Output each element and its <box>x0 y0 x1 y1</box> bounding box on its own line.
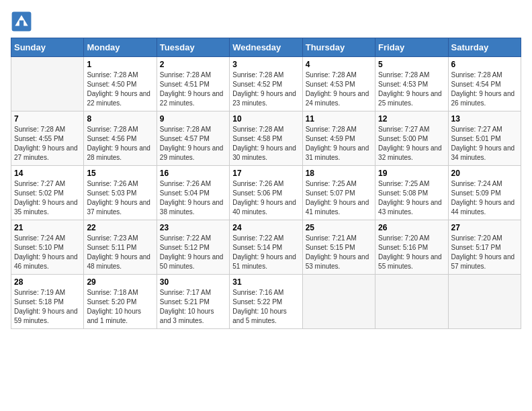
calendar-cell: 27 Sunrise: 7:20 AM Sunset: 5:17 PM Dayl… <box>448 220 521 275</box>
cell-info: Sunrise: 7:28 AM Sunset: 4:56 PM Dayligh… <box>87 125 153 163</box>
svg-rect-2 <box>19 20 24 27</box>
day-number: 11 <box>306 114 372 124</box>
daylight-label: Daylight: 9 hours and 41 minutes. <box>306 199 369 216</box>
sunrise-label: Sunrise: 7:19 AM <box>14 289 65 296</box>
day-number: 1 <box>87 60 153 69</box>
calendar-cell: 26 Sunrise: 7:20 AM Sunset: 5:16 PM Dayl… <box>375 220 448 275</box>
sunrise-label: Sunrise: 7:24 AM <box>14 234 65 242</box>
day-number: 18 <box>306 169 372 178</box>
daylight-label: Daylight: 9 hours and 23 minutes. <box>232 90 296 107</box>
calendar-cell: 25 Sunrise: 7:21 AM Sunset: 5:15 PM Dayl… <box>302 220 375 275</box>
sunrise-label: Sunrise: 7:26 AM <box>232 180 283 187</box>
sunrise-label: Sunrise: 7:28 AM <box>160 71 211 79</box>
sunset-label: Sunset: 4:54 PM <box>451 81 501 88</box>
calendar-cell <box>375 275 448 329</box>
day-number: 17 <box>232 169 299 178</box>
daylight-label: Daylight: 9 hours and 53 minutes. <box>306 253 369 270</box>
daylight-label: Daylight: 10 hours and 1 minute. <box>87 308 141 324</box>
calendar-cell <box>302 275 375 329</box>
cell-info: Sunrise: 7:28 AM Sunset: 4:57 PM Dayligh… <box>160 125 226 163</box>
calendar-cell: 10 Sunrise: 7:28 AM Sunset: 4:58 PM Dayl… <box>230 111 302 166</box>
sunrise-label: Sunrise: 7:28 AM <box>451 71 502 79</box>
day-number: 29 <box>87 277 153 287</box>
day-number: 4 <box>306 60 372 69</box>
cell-info: Sunrise: 7:26 AM Sunset: 5:04 PM Dayligh… <box>160 179 226 217</box>
daylight-label: Daylight: 9 hours and 25 minutes. <box>378 90 442 107</box>
cell-info: Sunrise: 7:16 AM Sunset: 5:22 PM Dayligh… <box>232 288 299 326</box>
daylight-label: Daylight: 9 hours and 32 minutes. <box>378 144 442 161</box>
sunrise-label: Sunrise: 7:22 AM <box>160 234 211 242</box>
cell-info: Sunrise: 7:28 AM Sunset: 4:53 PM Dayligh… <box>378 71 445 108</box>
calendar-cell: 6 Sunrise: 7:28 AM Sunset: 4:54 PM Dayli… <box>448 57 521 111</box>
col-header-friday: Friday <box>375 38 448 57</box>
sunset-label: Sunset: 5:03 PM <box>87 189 136 197</box>
calendar-cell: 13 Sunrise: 7:27 AM Sunset: 5:01 PM Dayl… <box>448 111 521 166</box>
day-number: 23 <box>160 223 226 232</box>
daylight-label: Daylight: 9 hours and 22 minutes. <box>160 90 224 107</box>
calendar-cell: 21 Sunrise: 7:24 AM Sunset: 5:10 PM Dayl… <box>11 220 84 275</box>
daylight-label: Daylight: 9 hours and 30 minutes. <box>232 144 296 161</box>
cell-info: Sunrise: 7:25 AM Sunset: 5:07 PM Dayligh… <box>306 179 372 217</box>
cell-info: Sunrise: 7:28 AM Sunset: 4:52 PM Dayligh… <box>232 71 299 108</box>
week-row-1: 1 Sunrise: 7:28 AM Sunset: 4:50 PM Dayli… <box>11 57 521 111</box>
calendar-cell: 24 Sunrise: 7:22 AM Sunset: 5:14 PM Dayl… <box>230 220 302 275</box>
calendar-cell: 17 Sunrise: 7:26 AM Sunset: 5:06 PM Dayl… <box>230 166 302 220</box>
day-number: 10 <box>232 114 299 124</box>
sunset-label: Sunset: 5:04 PM <box>160 189 210 197</box>
sunrise-label: Sunrise: 7:20 AM <box>451 234 502 242</box>
calendar-cell: 18 Sunrise: 7:25 AM Sunset: 5:07 PM Dayl… <box>302 166 375 220</box>
cell-info: Sunrise: 7:24 AM Sunset: 5:09 PM Dayligh… <box>451 179 518 217</box>
sunrise-label: Sunrise: 7:26 AM <box>160 180 211 187</box>
daylight-label: Daylight: 9 hours and 28 minutes. <box>87 144 150 161</box>
daylight-label: Daylight: 10 hours and 3 minutes. <box>160 308 214 324</box>
calendar-cell: 1 Sunrise: 7:28 AM Sunset: 4:50 PM Dayli… <box>84 57 157 111</box>
daylight-label: Daylight: 9 hours and 46 minutes. <box>14 253 78 270</box>
cell-info: Sunrise: 7:28 AM Sunset: 4:50 PM Dayligh… <box>87 71 153 108</box>
cell-info: Sunrise: 7:20 AM Sunset: 5:17 PM Dayligh… <box>451 234 518 271</box>
sunset-label: Sunset: 5:20 PM <box>87 298 136 306</box>
day-number: 9 <box>160 114 226 124</box>
sunset-label: Sunset: 4:56 PM <box>87 135 136 142</box>
calendar-table: SundayMondayTuesdayWednesdayThursdayFrid… <box>11 38 521 329</box>
col-header-saturday: Saturday <box>448 38 521 57</box>
sunset-label: Sunset: 5:14 PM <box>232 244 282 251</box>
sunset-label: Sunset: 5:15 PM <box>306 244 355 251</box>
calendar-cell: 19 Sunrise: 7:25 AM Sunset: 5:08 PM Dayl… <box>375 166 448 220</box>
sunrise-label: Sunrise: 7:28 AM <box>232 71 283 79</box>
day-number: 14 <box>14 169 81 178</box>
calendar-cell: 8 Sunrise: 7:28 AM Sunset: 4:56 PM Dayli… <box>84 111 157 166</box>
week-row-4: 21 Sunrise: 7:24 AM Sunset: 5:10 PM Dayl… <box>11 220 521 275</box>
week-row-5: 28 Sunrise: 7:19 AM Sunset: 5:18 PM Dayl… <box>11 275 521 329</box>
col-header-sunday: Sunday <box>11 38 84 57</box>
logo-icon <box>11 11 32 32</box>
cell-info: Sunrise: 7:17 AM Sunset: 5:21 PM Dayligh… <box>160 288 226 326</box>
daylight-label: Daylight: 9 hours and 51 minutes. <box>232 253 296 270</box>
sunrise-label: Sunrise: 7:28 AM <box>87 126 138 133</box>
cell-info: Sunrise: 7:21 AM Sunset: 5:15 PM Dayligh… <box>306 234 372 271</box>
sunset-label: Sunset: 5:21 PM <box>160 298 210 306</box>
daylight-label: Daylight: 9 hours and 31 minutes. <box>306 144 369 161</box>
day-number: 7 <box>14 114 81 124</box>
day-number: 13 <box>451 114 518 124</box>
sunrise-label: Sunrise: 7:16 AM <box>232 289 283 296</box>
day-number: 5 <box>378 60 445 69</box>
cell-info: Sunrise: 7:22 AM Sunset: 5:12 PM Dayligh… <box>160 234 226 271</box>
header-row: SundayMondayTuesdayWednesdayThursdayFrid… <box>11 38 521 57</box>
sunrise-label: Sunrise: 7:17 AM <box>160 289 211 296</box>
sunrise-label: Sunrise: 7:28 AM <box>378 71 429 79</box>
daylight-label: Daylight: 9 hours and 24 minutes. <box>306 90 369 107</box>
day-number: 31 <box>232 277 299 287</box>
calendar-cell: 14 Sunrise: 7:27 AM Sunset: 5:02 PM Dayl… <box>11 166 84 220</box>
sunset-label: Sunset: 5:06 PM <box>232 189 282 197</box>
week-row-2: 7 Sunrise: 7:28 AM Sunset: 4:55 PM Dayli… <box>11 111 521 166</box>
calendar-cell: 2 Sunrise: 7:28 AM Sunset: 4:51 PM Dayli… <box>157 57 229 111</box>
sunrise-label: Sunrise: 7:27 AM <box>378 126 429 133</box>
day-number: 2 <box>160 60 226 69</box>
sunrise-label: Sunrise: 7:21 AM <box>306 234 357 242</box>
daylight-label: Daylight: 9 hours and 44 minutes. <box>451 199 515 216</box>
sunset-label: Sunset: 5:01 PM <box>451 135 501 142</box>
calendar-cell: 7 Sunrise: 7:28 AM Sunset: 4:55 PM Dayli… <box>11 111 84 166</box>
calendar-cell: 22 Sunrise: 7:23 AM Sunset: 5:11 PM Dayl… <box>84 220 157 275</box>
day-number: 3 <box>232 60 299 69</box>
day-number: 12 <box>378 114 445 124</box>
